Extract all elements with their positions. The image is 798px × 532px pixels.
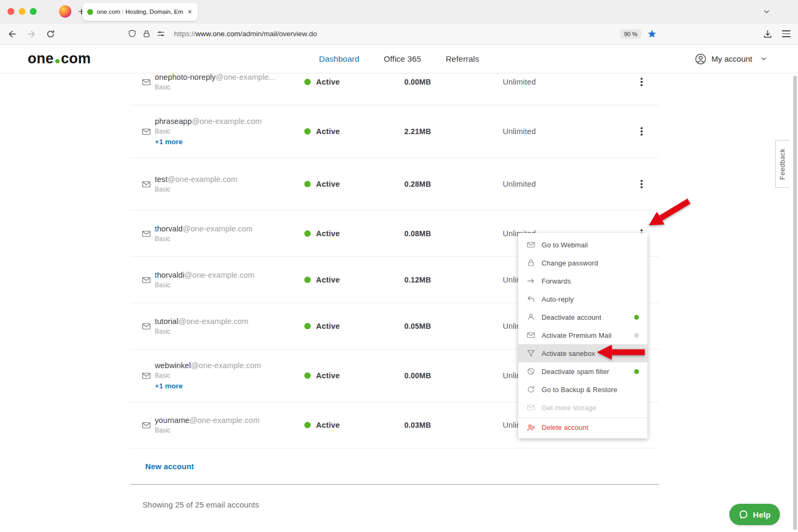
context-menu-item[interactable]: Change password [518, 254, 647, 272]
email-account-icon [130, 78, 155, 86]
nav-link[interactable]: Referrals [446, 54, 479, 64]
context-menu-item[interactable]: Activate sanebox [518, 344, 647, 362]
email-address: thorvaldi@one-example.com [155, 271, 304, 279]
email-local-part: onephoto-noreply [155, 74, 215, 81]
email-address: webwinkel@one-example.com [155, 361, 304, 370]
minimize-window-button[interactable] [19, 8, 26, 15]
menu-item-label: Go to Backup & Restore [542, 386, 617, 394]
email-account-icon [130, 372, 155, 380]
status-label: Active [316, 229, 340, 238]
context-menu-item[interactable]: Deactivate account [518, 308, 647, 326]
active-status-dot [304, 277, 311, 283]
context-menu-item[interactable]: Deactivate spam filter [518, 362, 647, 380]
one-com-logo[interactable]: one com [28, 51, 91, 67]
context-menu-item[interactable]: Auto-reply [518, 290, 647, 308]
row-kebab-menu-icon[interactable] [637, 177, 646, 192]
close-window-button[interactable] [7, 8, 14, 15]
row-kebab-menu-icon[interactable] [637, 74, 646, 89]
url-domain: www.one.com [196, 30, 240, 38]
email-local-part: phraseapp [155, 117, 192, 126]
maximize-window-button[interactable] [30, 8, 37, 15]
storage-quota: Unlimited [503, 78, 624, 86]
tab-list-chevron-icon[interactable] [763, 8, 770, 15]
storage-used: 0.28MB [404, 180, 503, 188]
active-status-dot [304, 181, 311, 187]
context-menu-item[interactable]: Go to Backup & Restore [518, 380, 647, 398]
email-account-icon [130, 128, 155, 136]
status-cell: Active [304, 371, 404, 380]
status-label: Active [316, 276, 340, 284]
zoom-level-badge[interactable]: 90 % [620, 29, 641, 39]
email-local-part: test [155, 175, 168, 184]
bookmark-star-icon[interactable] [647, 29, 656, 38]
context-menu-item[interactable]: Activate Premium Mail [518, 326, 647, 344]
context-menu-item[interactable]: Delete account [518, 418, 647, 436]
storage-quota: Unlimited [503, 127, 624, 136]
storage-used: 0.03MB [404, 421, 503, 429]
browser-tab[interactable]: one.com : Hosting, Domain, Ema × [82, 3, 198, 21]
shield-icon[interactable] [128, 29, 137, 38]
menu-item-label: Deactivate account [542, 313, 601, 321]
email-domain-part: @one-example.com [191, 361, 261, 370]
feedback-tab[interactable]: Feedback [775, 140, 789, 188]
plan-label: Basic [155, 372, 304, 379]
status-label: Active [316, 421, 340, 429]
email-account-icon [130, 322, 155, 330]
email-domain-part: @one-example... [215, 74, 275, 81]
context-menu-item: Get more storage [518, 398, 647, 417]
status-label: Active [316, 371, 340, 380]
back-icon[interactable] [7, 29, 17, 39]
plan-label: Basic [155, 281, 304, 289]
context-menu-item[interactable]: Go to Webmail [518, 236, 647, 254]
my-account-label: My account [711, 54, 752, 63]
menu-item-icon [527, 367, 535, 376]
page-scrollbar[interactable] [793, 76, 797, 530]
save-page-icon[interactable] [763, 29, 772, 39]
address-bar[interactable]: https://www.one.com/admin/mail/overview.… [128, 26, 656, 43]
forward-icon[interactable] [27, 29, 36, 39]
more-aliases-link[interactable]: +1 more [155, 382, 304, 390]
url-text: https://www.one.com/admin/mail/overview.… [174, 30, 317, 38]
feedback-label: Feedback [779, 148, 786, 180]
context-menu-item[interactable]: Forwards [518, 272, 647, 290]
menu-item-label: Change password [542, 259, 598, 267]
storage-quota: Unlimited [503, 180, 624, 188]
menu-item-icon [527, 313, 535, 321]
help-button[interactable]: Help [729, 504, 780, 525]
reload-icon[interactable] [46, 29, 55, 39]
tab-close-icon[interactable]: × [187, 7, 193, 16]
active-status-dot [304, 230, 311, 237]
menu-item-icon [527, 423, 535, 432]
row-kebab-menu-icon[interactable] [637, 124, 646, 139]
email-account-icon [130, 421, 155, 429]
menu-status-dot [634, 315, 639, 320]
new-account-row: New account [130, 448, 659, 485]
lock-icon[interactable] [142, 29, 151, 38]
more-aliases-link[interactable]: +1 more [155, 138, 304, 146]
menu-item-label: Forwards [542, 277, 571, 285]
window-controls [7, 8, 37, 15]
email-domain-part: @one-example.com [168, 175, 238, 184]
email-address: yourname@one-example.com [155, 416, 304, 425]
status-label: Active [316, 322, 340, 330]
email-local-part: thorvaldi [155, 271, 185, 279]
email-domain-part: @one-example.com [192, 117, 262, 126]
my-account-menu[interactable]: My account [695, 53, 767, 65]
email-local-part: thorvald [155, 225, 182, 233]
permissions-icon[interactable] [156, 29, 165, 38]
menu-item-icon [527, 349, 535, 358]
table-row: phraseapp@one-example.com Basic +1 more … [130, 105, 659, 158]
email-domain-part: @one-example.com [185, 271, 255, 279]
status-cell: Active [304, 322, 404, 330]
email-address: test@one-example.com [155, 175, 304, 184]
email-domain-part: @one-example.com [178, 317, 248, 326]
firefox-icon [59, 5, 71, 18]
logo-green-dot [55, 59, 60, 63]
browser-menu-icon[interactable] [782, 30, 791, 37]
plan-label: Basic [155, 186, 304, 193]
new-account-button[interactable]: New account [145, 462, 194, 471]
storage-used: 0.05MB [404, 322, 503, 330]
nav-link[interactable]: Office 365 [384, 54, 421, 64]
nav-link[interactable]: Dashboard [319, 54, 359, 64]
plan-label: Basic [155, 128, 304, 135]
